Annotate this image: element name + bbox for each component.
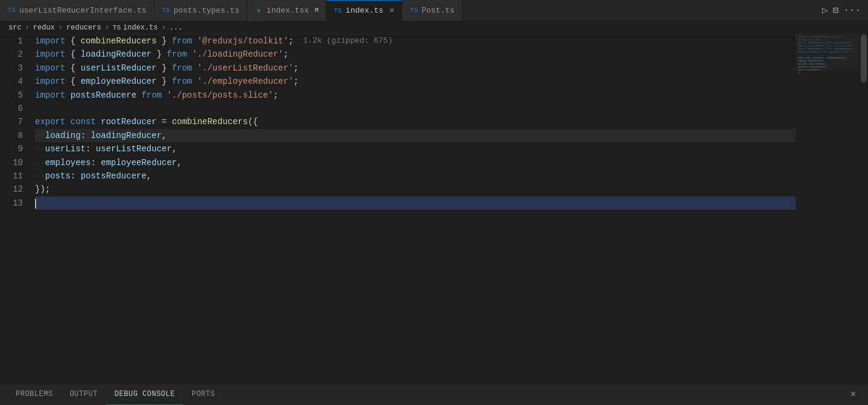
line-num-8: 8 [0, 129, 23, 142]
identifier: loadingReducer [90, 129, 162, 142]
tab-close-button[interactable]: × [390, 7, 394, 15]
tab-label: userListReducerInterface.ts [19, 6, 147, 15]
keyword: from [166, 48, 187, 61]
breadcrumb-src[interactable]: src [8, 24, 22, 32]
property: userList [45, 142, 86, 155]
keyword: from [172, 61, 192, 75]
file-icon: TS [113, 24, 121, 31]
code-line-12: }); [35, 183, 796, 196]
identifier: combineReducers [81, 34, 157, 48]
panel-tab-debug-console[interactable]: DEBUG CONSOLE [106, 385, 183, 406]
code-line-8: ·· loading : loadingReducer , [35, 129, 796, 142]
punc [192, 34, 197, 48]
keyword: import [35, 89, 65, 102]
identifier: postsReducere [81, 169, 147, 183]
line-num-3: 3 [0, 61, 23, 75]
punc [162, 89, 166, 102]
identifier: employeeReducer [81, 75, 157, 88]
code-line-10: ·· employees : employeeReducer , [35, 156, 796, 169]
identifier: rootReducer [101, 115, 156, 128]
panel-tab-output[interactable]: OUTPUT [62, 385, 106, 406]
line-num-10: 10 [0, 156, 23, 169]
keyword: import [35, 75, 65, 88]
punc [96, 115, 101, 128]
scrollbar-track[interactable] [860, 34, 868, 384]
breadcrumb-sep-4: › [162, 24, 166, 32]
cursor [35, 199, 36, 209]
run-button[interactable]: ▷ [822, 4, 828, 16]
line-num-4: 4 [0, 75, 23, 88]
code-line-1: import { combineReducers } from '@reduxj… [35, 34, 796, 48]
tab-label: Post.ts [422, 6, 455, 15]
minimap-highlight [796, 34, 868, 71]
breadcrumb-file[interactable]: TS index.ts [113, 24, 158, 32]
scrollbar-thumb[interactable] [861, 34, 867, 83]
punc: ; [294, 75, 299, 88]
panel-tab-problems[interactable]: PROBLEMS [7, 385, 62, 406]
panel-tabs: PROBLEMS OUTPUT DEBUG CONSOLE PORTS × [0, 384, 868, 405]
line-num-7: 7 [0, 115, 23, 128]
punc: , [172, 142, 177, 155]
code-line-7: export const rootReducer = combineReduce… [35, 115, 796, 128]
ts-icon: TS [162, 6, 170, 14]
line-num-9: 9 [0, 142, 23, 155]
breadcrumb-sep-2: › [59, 24, 63, 32]
punc: ({ [248, 115, 258, 128]
keyword: const [71, 115, 96, 128]
punc: : [86, 142, 96, 155]
breadcrumb: src › redux › reducers › TS index.ts › .… [0, 21, 868, 34]
breadcrumb-sep-3: › [105, 24, 109, 32]
line-num-13: 13 [0, 196, 23, 210]
property: loading [45, 129, 81, 142]
tab-index-ts[interactable]: TS index.ts × [326, 0, 402, 21]
panel-close-button[interactable]: × [850, 389, 861, 400]
function-call: combineReducers [172, 115, 248, 128]
tab-posts-types[interactable]: TS posts.types.ts [154, 0, 247, 21]
more-actions-button[interactable]: ··· [843, 5, 861, 16]
indent-dots: ·· [35, 129, 45, 142]
breadcrumb-more[interactable]: ... [169, 24, 183, 32]
keyword: from [141, 89, 162, 102]
line-num-6: 6 [0, 102, 23, 115]
identifier: userListReducer [96, 142, 172, 155]
code-line-4: import { employeeReducer } from './emplo… [35, 75, 796, 88]
tab-userListReducerInterface[interactable]: TS userListReducerInterface.ts [0, 0, 154, 21]
line-num-11: 11 [0, 169, 23, 183]
string: './employeeReducer' [197, 75, 294, 88]
code-line-13 [35, 196, 796, 210]
tab-index-tsx[interactable]: ⚛ index.tsx M [247, 0, 326, 21]
string: './loadingReducer' [192, 48, 284, 61]
tsx-icon: ⚛ [255, 6, 263, 14]
tab-label: posts.types.ts [174, 6, 239, 15]
minimap: import { combineReducers } from '@reduxj… [796, 34, 868, 384]
line-num-2: 2 [0, 48, 23, 61]
identifier: postsReducere [71, 89, 136, 102]
code-line-11: ·· posts : postsReducere , [35, 169, 796, 183]
indent-dots: ·· [35, 169, 45, 183]
punc [136, 89, 141, 102]
punc: = [157, 115, 172, 128]
punc: { [65, 48, 80, 61]
string: './posts/posts.slice' [166, 89, 273, 102]
indent-dots: ·· [35, 156, 45, 169]
keyword: import [35, 48, 65, 61]
tab-post-ts[interactable]: TS Post.ts [402, 0, 463, 21]
editor-area: 1 2 3 4 5 6 7 8 9 10 11 12 13 import { c… [0, 34, 868, 384]
code-editor[interactable]: import { combineReducers } from '@reduxj… [30, 34, 796, 384]
tab-label: index.ts [346, 6, 383, 15]
punc: ; [273, 89, 278, 102]
punc: : [90, 156, 101, 169]
ts-icon: TS [334, 7, 342, 15]
punc: { [65, 34, 80, 48]
breadcrumb-reducers[interactable]: reducers [66, 24, 101, 32]
punc: { [65, 75, 80, 88]
code-line-3: import { userListReducer } from './userL… [35, 61, 796, 75]
split-editor-button[interactable]: ⊟ [833, 4, 839, 16]
punc [192, 61, 197, 75]
keyword: from [172, 34, 192, 48]
punc: }); [35, 183, 50, 196]
string: '@reduxjs/toolkit' [197, 34, 288, 48]
panel-tab-ports[interactable]: PORTS [183, 385, 224, 406]
punc [192, 75, 197, 88]
breadcrumb-redux[interactable]: redux [33, 24, 55, 32]
